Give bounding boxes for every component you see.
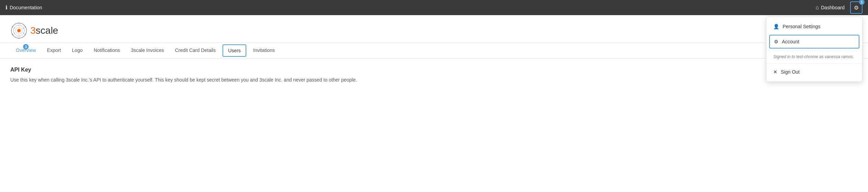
svg-point-14: [14, 33, 15, 33]
tab-invitations[interactable]: Invitations: [248, 43, 280, 58]
home-icon: ⌂: [816, 4, 819, 11]
svg-point-13: [19, 36, 19, 36]
documentation-link[interactable]: Documentation: [10, 5, 42, 10]
svg-point-7: [19, 38, 20, 39]
svg-point-9: [12, 26, 13, 28]
gear-button[interactable]: ⚙ 1: [850, 1, 862, 14]
x-icon: ✕: [773, 69, 777, 75]
tab-credit-card-label: Credit Card Details: [175, 47, 216, 53]
tab-logo-label: Logo: [72, 47, 83, 53]
sign-out-label: Sign Out: [781, 69, 799, 75]
tab-invoices-label: 3scale Invoices: [131, 47, 164, 53]
sign-out-item[interactable]: ✕ Sign Out: [766, 65, 862, 79]
tab-overview[interactable]: 3 Overview: [10, 43, 41, 58]
api-key-desc: Use this key when calling 3scale Inc.'s …: [10, 76, 858, 84]
tab-notifications[interactable]: Notifications: [88, 43, 125, 58]
tab-export-label: Export: [47, 47, 61, 53]
svg-point-6: [25, 34, 26, 35]
account-item[interactable]: ⚙ Account: [769, 35, 859, 49]
svg-point-10: [19, 25, 19, 25]
tab-notifications-label: Notifications: [94, 47, 120, 53]
svg-point-15: [14, 28, 15, 29]
dropdown-divider-1: [766, 50, 862, 50]
logo-text: 3scale: [30, 25, 58, 36]
tab-invoices[interactable]: 3scale Invoices: [125, 43, 169, 58]
dropdown-menu: 👤 Personal Settings ⚙ Account Signed in …: [766, 17, 862, 82]
sign-in-info: Signed in to test-chrome as vanessa ramo…: [766, 52, 862, 62]
svg-point-5: [25, 26, 26, 28]
svg-point-11: [23, 28, 24, 29]
gear-button-container: ⚙ 1 👤 Personal Settings ⚙ Account Signed…: [850, 1, 862, 14]
nav-tabs: 3 Overview Export Logo Notifications 3sc…: [0, 43, 868, 58]
svg-point-4: [19, 23, 20, 24]
dashboard-link[interactable]: ⌂ Dashboard: [816, 4, 845, 11]
gear-badge: 1: [859, 0, 865, 5]
svg-point-8: [12, 34, 13, 35]
header-area: 3scale 2 👤 P...: [0, 15, 868, 43]
dashboard-label: Dashboard: [821, 5, 845, 10]
main-container: 3scale 2 👤 P... 3 Overview Export Logo N…: [0, 15, 868, 92]
tab-credit-card[interactable]: Credit Card Details: [169, 43, 221, 58]
tab-users-label: Users: [228, 48, 241, 53]
tab-invitations-label: Invitations: [253, 47, 275, 53]
cog-icon: ⚙: [774, 39, 778, 44]
tab-logo[interactable]: Logo: [66, 43, 88, 58]
top-bar-left: ℹ Documentation: [6, 4, 42, 11]
svg-point-3: [17, 29, 21, 32]
personal-settings-label: Personal Settings: [783, 24, 820, 29]
top-bar: ℹ Documentation ⌂ Dashboard ⚙ 1 👤 Person…: [0, 0, 868, 15]
gear-icon: ⚙: [854, 4, 859, 11]
person-icon: 👤: [773, 24, 779, 29]
personal-settings-item[interactable]: 👤 Personal Settings: [766, 20, 862, 33]
tab-badge-3: 3: [23, 44, 29, 50]
logo-svg: [10, 22, 28, 39]
logo-area: 3scale: [10, 22, 58, 43]
info-icon: ℹ: [6, 4, 8, 11]
dropdown-divider-2: [766, 63, 862, 64]
content-area: API Key Use this key when calling 3scale…: [0, 58, 868, 92]
svg-point-12: [23, 33, 24, 33]
tab-export[interactable]: Export: [41, 43, 66, 58]
tab-users[interactable]: Users: [223, 44, 246, 57]
api-key-title: API Key: [10, 67, 858, 73]
top-bar-right: ⌂ Dashboard ⚙ 1 👤 Personal Settings ⚙ Ac…: [816, 1, 862, 14]
account-label: Account: [782, 39, 799, 44]
